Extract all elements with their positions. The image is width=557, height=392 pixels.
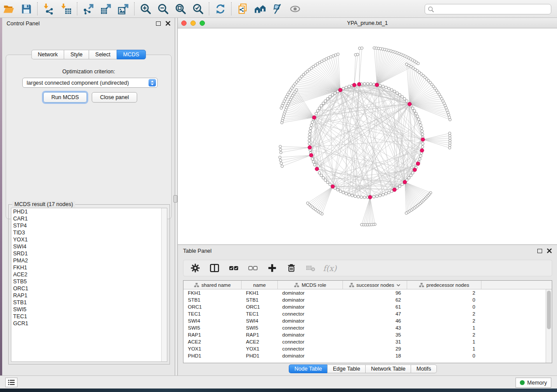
- cell-successor-nodes[interactable]: 35: [343, 331, 407, 338]
- network-hub-node[interactable]: [368, 195, 372, 199]
- nested-networks-button[interactable]: [251, 1, 269, 16]
- cell-name[interactable]: RAP1: [242, 331, 278, 338]
- panel-divider-handle[interactable]: [173, 195, 177, 203]
- network-hub-node[interactable]: [315, 167, 319, 171]
- close-panel-icon[interactable]: [166, 20, 170, 28]
- network-hub-node[interactable]: [308, 146, 312, 150]
- network-hub-node[interactable]: [393, 188, 397, 192]
- network-node[interactable]: [416, 115, 419, 117]
- delete-row-button[interactable]: [286, 262, 297, 274]
- network-node[interactable]: [309, 127, 312, 130]
- network-node[interactable]: [320, 174, 322, 177]
- export-image-button[interactable]: [114, 1, 132, 16]
- cell-name[interactable]: ACE2: [242, 338, 278, 345]
- network-hub-node[interactable]: [421, 138, 425, 141]
- show-graphics-details-button[interactable]: [286, 1, 304, 16]
- network-leaf-node[interactable]: [360, 47, 363, 49]
- network-leaf-node[interactable]: [280, 151, 282, 154]
- network-node[interactable]: [422, 142, 424, 145]
- show-columns-button[interactable]: [209, 262, 220, 274]
- mcds-result-item[interactable]: TEC1: [11, 313, 167, 320]
- zoom-selected-button[interactable]: [189, 1, 207, 16]
- network-node[interactable]: [405, 100, 408, 102]
- table-options-button[interactable]: [190, 262, 201, 274]
- network-node[interactable]: [391, 89, 393, 91]
- network-node[interactable]: [398, 185, 401, 188]
- cell-successor-nodes[interactable]: 62: [343, 296, 407, 303]
- network-node[interactable]: [363, 196, 366, 199]
- delete-table-button[interactable]: [305, 262, 316, 274]
- cell-name[interactable]: ORC1: [242, 303, 278, 310]
- network-node[interactable]: [363, 83, 366, 85]
- network-node[interactable]: [396, 92, 398, 94]
- network-leaf-node[interactable]: [405, 212, 408, 214]
- zoom-fit-button[interactable]: [172, 1, 189, 16]
- network-window-titlebar[interactable]: YPA_prune.txt_1: [178, 18, 557, 28]
- tab-network-table[interactable]: Network Table: [365, 364, 411, 373]
- close-table-panel-icon[interactable]: [547, 247, 552, 255]
- network-node[interactable]: [308, 136, 311, 139]
- network-node[interactable]: [379, 194, 381, 197]
- network-node[interactable]: [419, 155, 422, 157]
- mcds-result-list[interactable]: PHD1CAR1STP4TID3YOX1SWI4SRD1PMA2FKH1ACE2…: [11, 208, 167, 362]
- network-node[interactable]: [311, 158, 314, 160]
- table-row[interactable]: FKH1FKH1dominator962: [183, 289, 546, 296]
- network-leaf-node[interactable]: [360, 224, 363, 226]
- export-network-button[interactable]: [80, 1, 97, 16]
- network-node[interactable]: [351, 194, 353, 197]
- network-node[interactable]: [385, 193, 387, 195]
- cell-shared-name[interactable]: FKH1: [183, 289, 242, 296]
- network-node[interactable]: [331, 93, 334, 96]
- network-node[interactable]: [370, 83, 372, 85]
- network-node[interactable]: [401, 183, 404, 186]
- network-node[interactable]: [326, 181, 329, 184]
- cell-predecessor-nodes[interactable]: 2: [407, 331, 481, 338]
- cell-predecessor-nodes[interactable]: 1: [407, 338, 481, 345]
- network-node[interactable]: [322, 102, 325, 105]
- network-node[interactable]: [342, 191, 345, 194]
- cell-predecessor-nodes[interactable]: 2: [407, 289, 481, 296]
- mcds-result-item[interactable]: RAP1: [11, 292, 167, 299]
- network-node[interactable]: [387, 87, 390, 90]
- mcds-result-item[interactable]: STB1: [11, 299, 167, 306]
- mcds-result-item[interactable]: ACE2: [11, 271, 167, 278]
- network-leaf-node[interactable]: [449, 142, 451, 144]
- network-node[interactable]: [421, 145, 424, 148]
- network-node[interactable]: [339, 190, 342, 193]
- network-node[interactable]: [322, 176, 325, 179]
- table-row[interactable]: TEC1TEC1connector472: [183, 310, 546, 317]
- network-node[interactable]: [403, 97, 406, 100]
- column-header-predecessor-nodes[interactable]: predecessor nodes: [407, 281, 481, 289]
- network-hub-node[interactable]: [331, 185, 335, 189]
- table-row[interactable]: SWI5SWI5connector431: [183, 324, 546, 331]
- network-node[interactable]: [313, 163, 316, 166]
- export-table-button[interactable]: [97, 1, 114, 16]
- network-node[interactable]: [401, 96, 404, 98]
- mcds-result-item[interactable]: PMA2: [11, 257, 167, 264]
- cell-mcds-role[interactable]: dominator: [278, 296, 343, 303]
- open-file-button[interactable]: [0, 1, 17, 16]
- network-node[interactable]: [318, 107, 321, 110]
- network-node[interactable]: [316, 110, 319, 112]
- cell-name[interactable]: TEC1: [242, 310, 278, 317]
- mcds-result-item[interactable]: TID3: [11, 229, 167, 236]
- network-node[interactable]: [348, 193, 350, 196]
- network-node[interactable]: [412, 172, 414, 174]
- network-hub-node[interactable]: [309, 153, 313, 157]
- network-node[interactable]: [398, 93, 401, 96]
- network-node[interactable]: [308, 142, 311, 145]
- tab-node-table[interactable]: Node Table: [289, 364, 327, 373]
- table-row[interactable]: RAP1RAP1dominator352: [183, 331, 546, 338]
- cell-mcds-role[interactable]: connector: [278, 310, 343, 317]
- network-hub-node[interactable]: [413, 168, 417, 172]
- mcds-result-item[interactable]: SWI4: [11, 243, 167, 250]
- cell-successor-nodes[interactable]: 96: [343, 289, 407, 296]
- column-header-successor-nodes[interactable]: successor nodes: [343, 281, 407, 289]
- network-hub-node[interactable]: [403, 180, 407, 184]
- network-node[interactable]: [354, 195, 356, 198]
- hide-graphics-details-button[interactable]: [269, 1, 286, 16]
- network-leaf-node[interactable]: [449, 137, 451, 139]
- network-node[interactable]: [309, 130, 311, 133]
- cell-shared-name[interactable]: ORC1: [183, 303, 242, 310]
- share-document-button[interactable]: [234, 1, 251, 16]
